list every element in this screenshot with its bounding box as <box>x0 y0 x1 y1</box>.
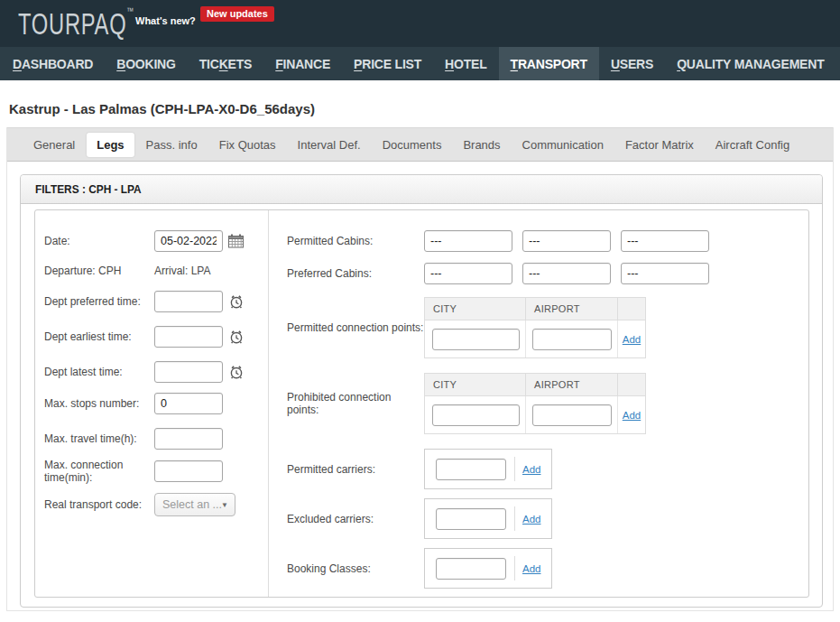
permitted-cabins-select-2[interactable] <box>522 230 611 252</box>
tab-interval-def[interactable]: Interval Def. <box>288 133 371 157</box>
max-travel-input[interactable] <box>154 428 223 450</box>
alarm-clock-icon[interactable] <box>228 364 245 380</box>
chevron-down-icon: ▼ <box>221 494 228 517</box>
permitted-carriers-row: Permitted carriers:Add <box>287 449 808 489</box>
tab-aircraft-config[interactable]: Aircraft Config <box>706 133 799 157</box>
hotkey-letter: Q <box>677 57 687 71</box>
prohibited-connection-points-row: Prohibited connection points:CITYAIRPORT… <box>287 373 808 434</box>
dept-earliest-time-input[interactable] <box>154 326 223 348</box>
tab-factor-matrix[interactable]: Factor Matrix <box>615 133 704 157</box>
permitted-connection-points-row: Permitted connection points:CITYAIRPORTA… <box>287 297 808 358</box>
vertical-separator <box>514 457 515 481</box>
filters-panel-title: FILTERS : CPH - LPA <box>35 182 142 196</box>
hotkey-letter: K <box>219 57 228 71</box>
new-updates-badge[interactable]: New updates <box>200 6 274 22</box>
dept-preferred-time-label: Dept preferred time: <box>44 295 154 308</box>
preferred-cabins-label: Preferred Cabins: <box>287 267 424 280</box>
tab-content-wrapper: GeneralLegsPass. infoFix QuotasInterval … <box>6 127 834 611</box>
dept-latest-time-label: Dept latest time: <box>44 366 154 378</box>
permitted-carriers-input[interactable] <box>436 459 506 480</box>
preferred-cabins-select-2[interactable] <box>522 263 611 284</box>
booking-classes-box: Add <box>424 548 552 589</box>
hotkey-letter: H <box>445 57 454 71</box>
excluded-carriers-box: Add <box>424 498 552 539</box>
excluded-carriers-label: Excluded carriers: <box>287 513 424 525</box>
column-header-city: CITY <box>425 298 526 320</box>
nav-item-price-list[interactable]: PRICE LIST <box>342 47 433 80</box>
permitted-carriers-box: Add <box>424 449 552 489</box>
excluded-carriers-add-link[interactable]: Add <box>522 514 540 525</box>
excluded-carriers-input[interactable] <box>436 508 506 530</box>
dept-preferred-time-input[interactable] <box>154 291 223 312</box>
prohibited-connection-points-airport-input[interactable] <box>532 404 612 426</box>
tab-communication[interactable]: Communication <box>512 133 614 157</box>
permitted-cabins-select-1[interactable] <box>424 230 512 252</box>
nav-item-finance[interactable]: FINANCE <box>263 47 342 80</box>
date-row: Date: <box>44 230 268 252</box>
dept-earliest-time-label: Dept earliest time: <box>44 330 154 343</box>
departure-arrival-row: Departure: CPH Arrival: LPA <box>44 265 268 277</box>
permitted-connection-points-city-input[interactable] <box>432 329 520 350</box>
real-transport-selected-value: Select an ... <box>162 498 222 511</box>
filters-panel-header: FILTERS : CPH - LPA <box>21 175 822 204</box>
prohibited-connection-points-table: CITYAIRPORTAdd <box>424 373 646 434</box>
real-transport-row: Real transport code: Select an ... ▼ <box>44 493 268 516</box>
airport-cell <box>526 396 618 433</box>
max-travel-row: Max. travel time(h): <box>44 428 268 450</box>
tab-pass-info[interactable]: Pass. info <box>136 133 208 157</box>
prohibited-connection-points-header: CITYAIRPORT <box>425 374 645 396</box>
nav-item-transport[interactable]: TRANSPORT <box>499 47 599 80</box>
max-connection-label: Max. connection time(min): <box>44 459 154 484</box>
permitted-cabins-select-3[interactable] <box>621 230 709 252</box>
tab-legs[interactable]: Legs <box>87 133 134 157</box>
vertical-separator <box>514 556 515 580</box>
departure-value: Departure: CPH <box>44 265 154 277</box>
actions-cell: Add <box>618 410 645 421</box>
tab-brands[interactable]: Brands <box>453 133 510 157</box>
nav-item-booking[interactable]: BOOKING <box>105 47 188 80</box>
connection-tables-group: Permitted connection points:CITYAIRPORTA… <box>287 297 808 434</box>
booking-classes-add-link[interactable]: Add <box>522 563 540 574</box>
whats-new-link[interactable]: What's new? <box>135 15 196 26</box>
preferred-cabins-select-3[interactable] <box>621 263 709 284</box>
real-transport-select[interactable]: Select an ... ▼ <box>154 493 235 516</box>
prohibited-connection-points-add-link[interactable]: Add <box>623 410 641 421</box>
dept-latest-time-input[interactable] <box>154 361 223 383</box>
booking-classes-input[interactable] <box>436 558 506 580</box>
permitted-carriers-add-link[interactable]: Add <box>522 464 540 475</box>
preferred-cabins-row: Preferred Cabins: <box>287 263 808 284</box>
column-header-actions <box>618 298 645 320</box>
max-connection-input[interactable] <box>154 460 223 482</box>
permitted-connection-points-table: CITYAIRPORTAdd <box>424 297 646 358</box>
permitted-connection-points-add-link[interactable]: Add <box>623 334 641 345</box>
nav-item-tickets[interactable]: TICKETS <box>188 47 264 80</box>
alarm-clock-icon[interactable] <box>228 329 245 345</box>
permitted-cabins-row: Permitted Cabins: <box>287 230 808 252</box>
tab-documents[interactable]: Documents <box>373 133 452 157</box>
nav-item-users[interactable]: USERS <box>599 47 665 80</box>
hotkey-letter: T <box>511 57 518 71</box>
vertical-separator <box>514 506 515 531</box>
permitted-connection-points-header: CITYAIRPORT <box>425 298 645 320</box>
filters-panel: FILTERS : CPH - LPA Date: <box>20 174 823 608</box>
preferred-cabins-select-1[interactable] <box>424 263 512 284</box>
filters-right-column: Permitted Cabins:Preferred Cabins: Permi… <box>269 210 808 597</box>
city-cell <box>425 396 526 433</box>
permitted-carriers-label: Permitted carriers: <box>287 463 424 476</box>
tab-general[interactable]: General <box>23 133 85 157</box>
max-stops-input[interactable] <box>154 393 223 414</box>
calendar-icon[interactable] <box>228 234 245 248</box>
nav-item-dashboard[interactable]: DASHBOARD <box>1 47 105 80</box>
permitted-connection-points-airport-input[interactable] <box>532 329 612 350</box>
hotkey-letter: B <box>116 57 125 71</box>
tab-fix-quotas[interactable]: Fix Quotas <box>209 133 286 157</box>
prohibited-connection-points-input-row: Add <box>425 396 645 433</box>
nav-item-quality-management[interactable]: QUALITY MANAGEMENT <box>665 47 835 80</box>
alarm-clock-icon[interactable] <box>228 293 245 310</box>
date-label: Date: <box>44 235 154 247</box>
nav-item-export[interactable]: EXPORT <box>836 47 840 80</box>
prohibited-connection-points-city-input[interactable] <box>432 404 520 426</box>
time-fields-group: Dept preferred time:Dept earliest time:D… <box>44 291 268 383</box>
nav-item-hotel[interactable]: HOTEL <box>433 47 498 80</box>
date-input[interactable] <box>154 230 223 252</box>
